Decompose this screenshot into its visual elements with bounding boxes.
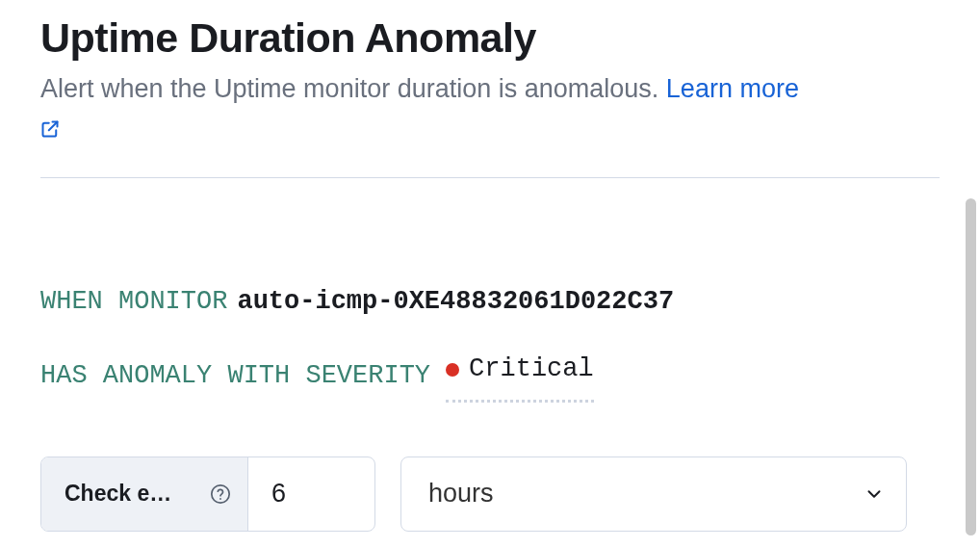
chevron-down-icon (864, 483, 885, 505)
check-every-input[interactable] (271, 479, 351, 509)
learn-more-link[interactable]: Learn more (666, 74, 799, 103)
external-link-icon[interactable] (40, 119, 60, 139)
monitor-value[interactable]: auto-icmp-0XE48832061D022C37 (237, 284, 674, 321)
rule-severity-line: HAS ANOMALY WITH SEVERITY Critical (40, 352, 940, 403)
severity-keyword: HAS ANOMALY WITH SEVERITY (40, 358, 430, 395)
rule-when-monitor-line: WHEN MONITOR auto-icmp-0XE48832061D022C3… (40, 284, 940, 321)
page-subtitle: Alert when the Uptime monitor duration i… (40, 74, 658, 103)
check-every-label-cell: Check e… (41, 457, 248, 531)
vertical-scrollbar[interactable] (966, 198, 976, 535)
section-divider (40, 177, 940, 178)
help-icon[interactable] (209, 483, 232, 506)
severity-selector[interactable]: Critical (446, 352, 594, 403)
when-monitor-keyword: WHEN MONITOR (40, 284, 227, 321)
check-every-label: Check e… (64, 481, 197, 507)
unit-selected-value: hours (428, 479, 494, 509)
page-title: Uptime Duration Anomaly (40, 13, 940, 64)
check-every-field: Check e… (40, 457, 375, 532)
check-every-unit-select[interactable]: hours (400, 457, 907, 532)
severity-value: Critical (469, 352, 594, 388)
svg-point-1 (219, 498, 221, 500)
svg-point-0 (212, 484, 229, 502)
severity-dot-icon (446, 363, 459, 377)
